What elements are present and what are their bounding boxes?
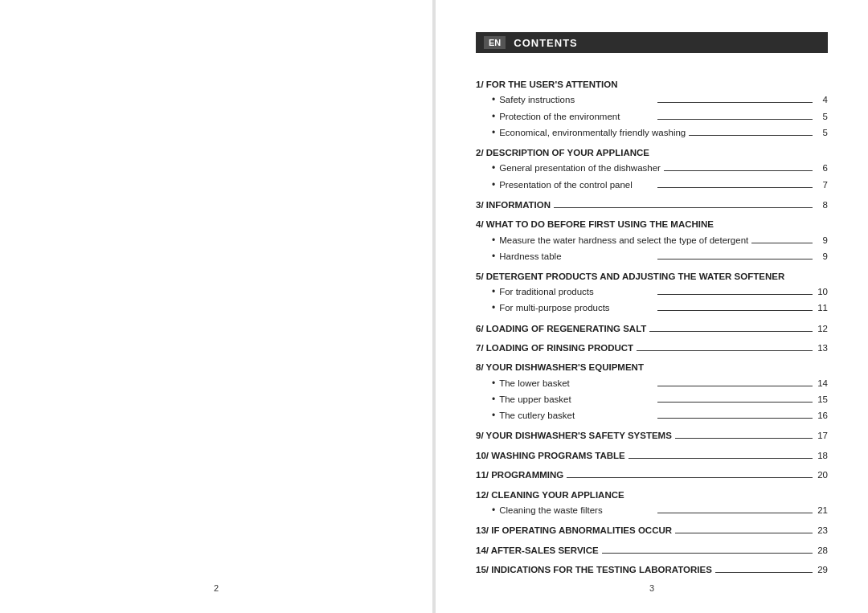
- toc-page: 6: [816, 161, 828, 175]
- toc-section-3: 3/ INFORMATION 8: [476, 198, 828, 212]
- page-title: CONTENTS: [514, 37, 578, 49]
- toc-item-text: For multi-purpose products: [499, 300, 654, 315]
- toc-section-8-title: 8/ YOUR DISHWASHER'S EQUIPMENT: [476, 360, 644, 374]
- toc-dots: [567, 477, 813, 478]
- toc-section-5-title: 5/ DETERGENT PRODUCTS AND ADJUSTING THE …: [476, 269, 784, 284]
- toc-dots: [637, 350, 813, 351]
- toc-item-control-panel: • Presentation of the control panel 7: [476, 178, 828, 193]
- toc-section-4-title-line: 4/ WHAT TO DO BEFORE FIRST USING THE MAC…: [476, 217, 828, 231]
- toc-section-6: 6/ LOADING OF REGENERATING SALT 12: [476, 321, 828, 336]
- toc-item-measure-water: • Measure the water hardness and select …: [476, 233, 828, 248]
- toc-section-9-title-line: 9/ YOUR DISHWASHER'S SAFETY SYSTEMS 17: [476, 428, 828, 443]
- toc-dots: [657, 310, 813, 311]
- header-bar: EN CONTENTS: [476, 32, 828, 53]
- toc-section-11-title-line: 11/ PROGRAMMING 20: [476, 468, 828, 482]
- toc-section-13: 13/ IF OPERATING ABNORMALITIES OCCUR 23: [476, 523, 828, 537]
- toc-dots: [675, 533, 813, 533]
- toc-section-3-title: 3/ INFORMATION: [476, 198, 551, 212]
- toc-section-12-title: 12/ CLEANING YOUR APPLIANCE: [476, 488, 624, 502]
- toc-section-5: 5/ DETERGENT PRODUCTS AND ADJUSTING THE …: [476, 269, 828, 317]
- toc-section-2: 2/ DESCRIPTION OF YOUR APPLIANCE • Gener…: [476, 145, 828, 193]
- toc-section-6-title-line: 6/ LOADING OF REGENERATING SALT 12: [476, 321, 828, 336]
- toc-page: 20: [816, 468, 828, 482]
- toc-section-4-title: 4/ WHAT TO DO BEFORE FIRST USING THE MAC…: [476, 217, 714, 231]
- toc-dots: [657, 259, 813, 260]
- page-right: EN CONTENTS 1/ FOR THE USER'S ATTENTION …: [436, 0, 868, 613]
- language-badge: EN: [484, 36, 506, 49]
- toc-dots: [628, 458, 813, 459]
- toc-item-text: The lower basket: [499, 376, 654, 390]
- toc-item-lower-basket: • The lower basket 14: [476, 376, 828, 391]
- bullet: •: [492, 233, 495, 248]
- toc-section-12-title-line: 12/ CLEANING YOUR APPLIANCE: [476, 488, 828, 502]
- toc-page: 14: [816, 376, 828, 390]
- toc-item-cleaning-filters: • Cleaning the waste filters 21: [476, 503, 828, 518]
- toc-section-9: 9/ YOUR DISHWASHER'S SAFETY SYSTEMS 17: [476, 428, 828, 443]
- toc-page: 15: [816, 392, 828, 407]
- toc-section-11: 11/ PROGRAMMING 20: [476, 468, 828, 482]
- toc-section-7: 7/ LOADING OF RINSING PRODUCT 13: [476, 341, 828, 355]
- toc-page: 11: [816, 300, 828, 315]
- toc-page: 8: [816, 198, 828, 212]
- bullet: •: [492, 178, 495, 193]
- toc-page: 9: [816, 233, 828, 247]
- toc-dots: [715, 572, 813, 573]
- toc-section-15-title-line: 15/ INDICATIONS FOR THE TESTING LABORATO…: [476, 562, 828, 577]
- toc-section-11-title: 11/ PROGRAMMING: [476, 468, 563, 482]
- toc-item-text: The upper basket: [499, 392, 654, 407]
- toc-item-multipurpose: • For multi-purpose products 11: [476, 300, 828, 316]
- toc-section-2-title-line: 2/ DESCRIPTION OF YOUR APPLIANCE: [476, 145, 828, 160]
- toc-section-2-title: 2/ DESCRIPTION OF YOUR APPLIANCE: [476, 145, 649, 160]
- toc-dots: [657, 513, 813, 513]
- toc-page: 7: [816, 178, 828, 192]
- toc-dots: [751, 243, 813, 243]
- toc-section-9-title: 9/ YOUR DISHWASHER'S SAFETY SYSTEMS: [476, 428, 672, 443]
- toc-item-text: Hardness table: [499, 249, 654, 264]
- toc-dots: [657, 386, 813, 386]
- toc-dots: [675, 438, 813, 439]
- toc-section-1: 1/ FOR THE USER'S ATTENTION • Safety ins…: [476, 77, 828, 141]
- toc-section-8-title-line: 8/ YOUR DISHWASHER'S EQUIPMENT: [476, 360, 828, 374]
- toc-section-13-title: 13/ IF OPERATING ABNORMALITIES OCCUR: [476, 523, 672, 537]
- toc-page: 23: [816, 523, 828, 537]
- toc-page: 9: [816, 249, 828, 264]
- toc-item-general-presentation: • General presentation of the dishwasher…: [476, 161, 828, 176]
- toc-item-text: For traditional products: [499, 284, 654, 299]
- bullet: •: [492, 249, 495, 264]
- toc-dots: [657, 402, 813, 403]
- toc-dots: [689, 135, 813, 136]
- toc-item-traditional: • For traditional products 10: [476, 284, 828, 300]
- toc-page: 12: [816, 321, 828, 336]
- toc-page: 29: [816, 562, 828, 577]
- bullet: •: [492, 503, 495, 518]
- toc-dots: [657, 418, 813, 419]
- toc-item-text: Economical, environmentally friendly was…: [499, 125, 686, 140]
- toc-section-10: 10/ WASHING PROGRAMS TABLE 18: [476, 448, 828, 463]
- toc-dots: [602, 553, 813, 554]
- toc-dots: [657, 102, 813, 103]
- toc-section-7-title-line: 7/ LOADING OF RINSING PRODUCT 13: [476, 341, 828, 355]
- toc-section-1-title: 1/ FOR THE USER'S ATTENTION: [476, 77, 618, 92]
- table-of-contents: 1/ FOR THE USER'S ATTENTION • Safety ins…: [476, 77, 828, 577]
- toc-section-3-title-line: 3/ INFORMATION 8: [476, 198, 828, 212]
- bullet: •: [492, 92, 495, 108]
- page-left: 2: [0, 0, 432, 613]
- toc-item-text: The cutlery basket: [499, 408, 654, 423]
- toc-item-economical: • Economical, environmentally friendly w…: [476, 125, 828, 141]
- toc-item-text: General presentation of the dishwasher: [499, 161, 661, 175]
- toc-page: 16: [816, 408, 828, 423]
- page-number-left: 2: [214, 583, 219, 593]
- toc-section-1-title-line: 1/ FOR THE USER'S ATTENTION: [476, 77, 828, 92]
- bullet: •: [492, 300, 495, 316]
- bullet: •: [492, 408, 495, 423]
- bullet: •: [492, 109, 495, 125]
- toc-dots: [657, 294, 813, 295]
- toc-page: 17: [816, 428, 828, 443]
- toc-dots: [657, 187, 813, 188]
- toc-item-text: Cleaning the waste filters: [499, 503, 654, 517]
- page-number-right: 3: [649, 583, 654, 593]
- toc-section-5-title-line: 5/ DETERGENT PRODUCTS AND ADJUSTING THE …: [476, 269, 828, 284]
- bullet: •: [492, 376, 495, 391]
- toc-page: 21: [816, 503, 828, 517]
- toc-section-10-title: 10/ WASHING PROGRAMS TABLE: [476, 448, 625, 463]
